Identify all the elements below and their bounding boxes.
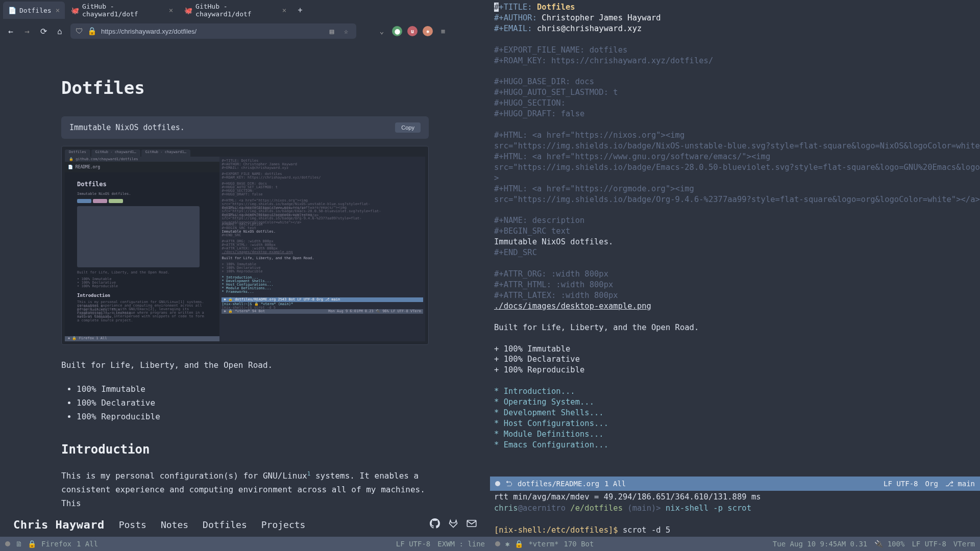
menu-icon[interactable]: ≡ bbox=[438, 27, 448, 35]
status-dot-icon bbox=[495, 541, 500, 546]
encoding: LF UTF-8 bbox=[396, 540, 430, 548]
tab-label: GitHub - chayward1/dotf bbox=[195, 3, 278, 18]
vterm-buffer[interactable]: rtt min/avg/max/mdev = 49.294/186.651/36… bbox=[490, 491, 980, 537]
extension-1-icon[interactable]: ⬤ bbox=[392, 26, 402, 36]
nav-dotfiles[interactable]: Dotfiles bbox=[203, 519, 247, 530]
intro-paragraph: This is my personal configuration(s) for… bbox=[61, 469, 429, 511]
copy-button[interactable]: Copy bbox=[395, 122, 421, 133]
buffer-pos: 1 All bbox=[604, 480, 626, 488]
browser-tab-strip: 📄 Dotfiles × 🐙 GitHub - chayward1/dotf ×… bbox=[0, 0, 490, 20]
status-dot-icon bbox=[495, 481, 500, 486]
back-button[interactable]: ← bbox=[5, 27, 16, 36]
modeline-firefox: 🗎 🔒 Firefox 1 All LF UTF-8 EXWM : line bbox=[0, 537, 490, 551]
encoding: LF UTF-8 bbox=[912, 540, 946, 548]
pocket-icon[interactable]: ⌄ bbox=[377, 27, 387, 35]
page-scroll[interactable]: Dotfiles Immutable NixOS dotfiles. Copy … bbox=[0, 42, 490, 512]
nav-projects[interactable]: Projects bbox=[261, 519, 306, 530]
close-icon[interactable]: × bbox=[169, 6, 173, 14]
list-item: 100% Immutable bbox=[77, 382, 429, 396]
status-dot-icon bbox=[5, 541, 10, 546]
buffer-name: Firefox bbox=[41, 540, 71, 548]
file-icon: 🗎 bbox=[15, 540, 22, 548]
site-nav: Chris Hayward Posts Notes Dotfiles Proje… bbox=[0, 512, 490, 537]
site-brand[interactable]: Chris Hayward bbox=[13, 518, 105, 531]
buffer-pos: 1 All bbox=[77, 540, 98, 548]
tab-dotfiles[interactable]: 📄 Dotfiles × bbox=[3, 2, 65, 19]
shield-icon[interactable]: 🛡 bbox=[76, 27, 83, 36]
address-bar[interactable]: 🛡 🔒 ▤ ☆ bbox=[70, 23, 356, 39]
page-viewport: Dotfiles Immutable NixOS dotfiles. Copy … bbox=[0, 42, 490, 537]
lock-icon: 🔒 bbox=[514, 540, 523, 548]
site-favicon-icon: 📄 bbox=[8, 7, 15, 14]
close-icon[interactable]: × bbox=[56, 6, 60, 14]
page-title: Dotfiles bbox=[61, 78, 429, 98]
modified-icon: ✱ bbox=[505, 540, 509, 548]
svg-rect-0 bbox=[467, 520, 476, 527]
nav-notes[interactable]: Notes bbox=[161, 519, 188, 530]
tagline: Built for Life, Liberty, and the Open Ro… bbox=[61, 360, 429, 370]
list-item: 100% Declarative bbox=[77, 396, 429, 410]
forward-button[interactable]: → bbox=[21, 27, 33, 36]
extension-3-icon[interactable]: ✱ bbox=[423, 26, 433, 36]
feature-list: 100% Immutable 100% Declarative 100% Rep… bbox=[61, 382, 429, 424]
lock-icon[interactable]: 🔒 bbox=[87, 27, 97, 36]
battery: 🔌 100% bbox=[874, 540, 904, 548]
github-icon[interactable] bbox=[430, 518, 440, 531]
ublock-icon[interactable]: u bbox=[407, 26, 418, 36]
buffer-name: *vterm* bbox=[528, 540, 558, 548]
code-block: Immutable NixOS dotfiles. Copy bbox=[61, 116, 429, 139]
org-buffer[interactable]: #+TITLE: Dotfiles #+AUTHOR: Christopher … bbox=[490, 0, 980, 477]
reader-mode-icon[interactable]: ▤ bbox=[327, 27, 337, 35]
tab-label: GitHub - chayward1/dotf bbox=[82, 3, 165, 18]
github-favicon-icon: 🐙 bbox=[184, 7, 191, 14]
modeline-org: ⮌ dotfiles/README.org 1 All LF UTF-8 Org… bbox=[490, 477, 980, 491]
gitlab-icon[interactable] bbox=[448, 518, 458, 531]
tab-github-2[interactable]: 🐙 GitHub - chayward1/dotf × bbox=[179, 2, 291, 19]
new-tab-button[interactable]: + bbox=[292, 6, 308, 15]
buffer-path: dotfiles/README.org bbox=[518, 480, 599, 488]
vterm-line: rtt min/avg/max/mdev = 49.294/186.651/36… bbox=[494, 492, 976, 503]
intro-heading: Introduction bbox=[61, 442, 429, 457]
major-mode: EXWM : line bbox=[437, 540, 485, 548]
email-icon[interactable] bbox=[467, 518, 477, 531]
nav-posts[interactable]: Posts bbox=[119, 519, 146, 530]
reload-button[interactable]: ⟳ bbox=[38, 27, 49, 36]
tab-label: Dotfiles bbox=[19, 7, 52, 14]
datetime: Tue Aug 10 9:45AM 0.31 bbox=[773, 540, 867, 548]
vterm-line bbox=[494, 514, 976, 525]
code-text: Immutable NixOS dotfiles. bbox=[69, 123, 185, 132]
git-branch: ⎇ main bbox=[945, 480, 975, 488]
list-item: 100% Reproducible bbox=[77, 410, 429, 423]
bookmark-star-icon[interactable]: ☆ bbox=[341, 27, 351, 35]
lock-icon: 🔒 bbox=[28, 540, 36, 548]
github-favicon-icon: 🐙 bbox=[71, 7, 78, 14]
major-mode: Org bbox=[925, 480, 938, 488]
url-input[interactable] bbox=[101, 28, 323, 35]
browser-toolbar: ← → ⟳ ⌂ 🛡 🔒 ▤ ☆ ⌄ ⬤ u ✱ ≡ bbox=[0, 20, 490, 42]
close-icon[interactable]: × bbox=[282, 6, 286, 14]
vterm-prompt: chris@acernitro /e/dotfiles (main)> nix-… bbox=[494, 503, 976, 514]
vterm-prompt: [nix-shell:/etc/dotfiles]$ scrot -d 5 bbox=[494, 525, 976, 536]
embedded-screenshot: DotfilesGitHub - chayward1…GitHub - chay… bbox=[61, 146, 429, 345]
vcs-icon: ⮌ bbox=[505, 480, 512, 488]
buffer-pos: 170 Bot bbox=[564, 540, 594, 548]
modeline-vterm: ✱ 🔒 *vterm* 170 Bot Tue Aug 10 9:45AM 0.… bbox=[490, 537, 980, 551]
home-button[interactable]: ⌂ bbox=[54, 27, 65, 36]
tab-github-1[interactable]: 🐙 GitHub - chayward1/dotf × bbox=[66, 2, 178, 19]
encoding: LF UTF-8 bbox=[884, 480, 918, 488]
major-mode: VTerm bbox=[953, 540, 975, 548]
